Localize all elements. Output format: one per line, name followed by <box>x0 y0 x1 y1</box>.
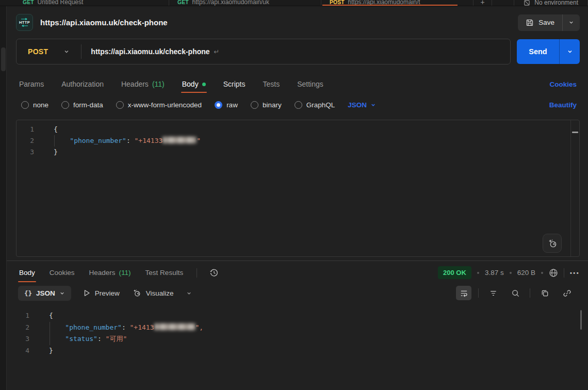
json-string-token: "可用" <box>106 335 127 343</box>
request-header: HTTP https://api.xiaomu.uk/check-phone S… <box>7 6 588 38</box>
punctuation-token: { <box>49 312 53 319</box>
code-area[interactable]: { "phone_number": "+14133" } <box>40 120 579 256</box>
line-number: 1 <box>7 310 29 322</box>
chevron-down-icon <box>59 290 65 296</box>
preview-label: Preview <box>95 289 120 297</box>
save-button[interactable]: Save <box>518 14 562 31</box>
tab-tests[interactable]: Tests <box>262 74 281 94</box>
radio-icon <box>295 101 302 109</box>
sidebar-rail-handle[interactable] <box>1 47 6 71</box>
tab-method-badge: GET <box>23 0 34 5</box>
body-type-none[interactable]: none <box>21 101 48 109</box>
body-type-raw[interactable]: raw <box>215 101 238 109</box>
search-button[interactable] <box>508 286 523 300</box>
visualize-label: Visualize <box>146 289 174 297</box>
tab-scripts[interactable]: Scripts <box>222 74 247 94</box>
code-area: { "phone_number": "+1413", "status": "可用… <box>37 308 588 390</box>
chevron-down-icon <box>567 48 573 55</box>
body-type-urlencoded[interactable]: x-www-form-urlencoded <box>116 101 202 109</box>
tab-params[interactable]: Params <box>18 74 45 94</box>
dot-separator <box>541 272 543 274</box>
globe-icon <box>549 268 558 278</box>
history-clock-icon <box>209 268 219 278</box>
punctuation-token: } <box>49 347 53 354</box>
chevron-down-icon <box>63 48 70 55</box>
url-bar: POST https://api.xiaomu.uk/check-phone ↵ <box>16 39 511 64</box>
beautify-link[interactable]: Beautify <box>549 101 577 109</box>
send-button[interactable]: Send <box>517 39 559 64</box>
tab-headers[interactable]: Headers (11) <box>120 74 166 94</box>
request-body-editor[interactable]: 1 2 3 { "phone_number": "+14133" } <box>16 120 580 257</box>
copy-button[interactable] <box>537 286 552 300</box>
editor-scrollbar-track[interactable] <box>570 120 579 256</box>
history-button[interactable] <box>209 268 219 278</box>
line-number: 2 <box>7 322 29 334</box>
radio-label: GraphQL <box>306 101 335 109</box>
network-info-button[interactable] <box>549 268 558 278</box>
play-icon <box>84 289 90 297</box>
enter-hint-icon: ↵ <box>214 48 220 56</box>
punctuation-token: : <box>122 323 130 331</box>
response-scrollbar-thumb[interactable] <box>580 310 582 330</box>
preview-button[interactable]: Preview <box>84 289 120 297</box>
divider <box>530 288 530 298</box>
response-tab-body[interactable]: Body <box>18 262 36 283</box>
json-string-token: "+14133 <box>135 137 163 144</box>
method-dropdown[interactable]: POST <box>17 47 81 56</box>
radio-label: none <box>33 101 48 109</box>
environment-selector[interactable]: No environment <box>514 0 588 6</box>
editor-scrollbar-thumb[interactable] <box>572 132 578 133</box>
active-tab-underline <box>322 5 458 6</box>
tab-label: Untitled Request <box>38 0 84 6</box>
link-button[interactable] <box>559 286 575 300</box>
code-line: } <box>54 147 579 158</box>
workspace-tab[interactable]: GET https://api.xiaomudomain/uk <box>169 0 321 6</box>
dot-separator <box>477 272 479 274</box>
response-format-label: JSON <box>36 289 55 297</box>
response-tools <box>456 286 575 300</box>
visualize-options-caret[interactable] <box>186 290 192 296</box>
workspace-tab-strip: GET Untitled Request GET https://api.xia… <box>0 0 588 6</box>
headers-count-badge: (11) <box>119 269 131 277</box>
code-line: { <box>49 310 588 322</box>
tab-settings[interactable]: Settings <box>296 74 324 94</box>
status-badge: 200 OK <box>438 266 471 279</box>
cookies-link[interactable]: Cookies <box>549 80 577 88</box>
body-type-form-data[interactable]: form-data <box>61 101 103 109</box>
response-format-dropdown[interactable]: {} JSON <box>18 286 71 301</box>
url-input[interactable]: https://api.xiaomu.uk/check-phone <box>91 47 209 56</box>
response-tab-test-results[interactable]: Test Results <box>144 262 185 283</box>
filter-button[interactable] <box>485 286 501 300</box>
save-options-caret[interactable] <box>562 14 580 31</box>
raw-language-dropdown[interactable]: JSON <box>348 101 376 109</box>
collapsed-sidebar-rail[interactable] <box>0 6 7 390</box>
add-tab-button[interactable]: + <box>473 0 492 6</box>
punctuation-token: } <box>54 148 58 156</box>
indent <box>49 335 65 343</box>
response-toolbar: {} JSON Preview <box>7 284 588 305</box>
line-number: 3 <box>7 333 29 345</box>
response-tab-cookies[interactable]: Cookies <box>48 262 76 283</box>
punctuation-token: : <box>97 335 106 343</box>
postbot-button[interactable] <box>543 234 562 253</box>
tab-body[interactable]: Body <box>181 74 207 94</box>
body-type-graphql[interactable]: GraphQL <box>295 101 335 109</box>
send-options-caret[interactable] <box>559 39 580 64</box>
save-button-label: Save <box>538 19 554 26</box>
indent <box>49 323 65 331</box>
code-line: { <box>54 124 579 135</box>
response-tab-headers[interactable]: Headers (11) <box>88 262 132 283</box>
radio-icon <box>251 101 258 109</box>
redacted-phone-number <box>162 137 197 143</box>
body-type-binary[interactable]: binary <box>251 101 282 109</box>
visualize-button[interactable]: Visualize <box>132 288 174 298</box>
line-number: 4 <box>7 345 29 357</box>
line-number: 2 <box>17 135 34 147</box>
no-environment-icon <box>524 0 530 6</box>
more-actions-button[interactable]: ••• <box>570 270 580 276</box>
body-type-row: none form-data x-www-form-urlencoded raw… <box>7 94 588 115</box>
word-wrap-button[interactable] <box>456 286 471 300</box>
tab-authorization[interactable]: Authorization <box>60 74 105 94</box>
workspace-tab[interactable]: GET Untitled Request <box>14 0 169 6</box>
filter-icon <box>489 289 498 298</box>
